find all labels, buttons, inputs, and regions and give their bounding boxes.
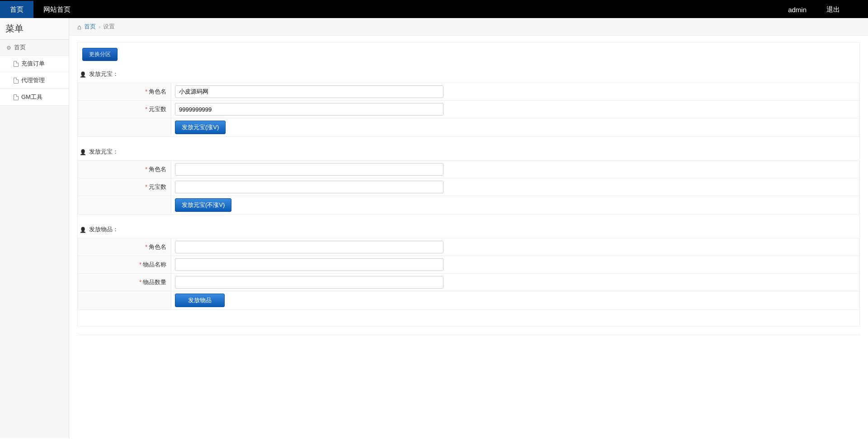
sidebar-item-label: 充值订单 bbox=[21, 60, 45, 68]
sidebar-section-label: 首页 bbox=[14, 43, 26, 51]
nav-home[interactable]: 首页 bbox=[0, 1, 33, 18]
sidebar-item-agent[interactable]: 代理管理 bbox=[0, 72, 69, 89]
breadcrumb-separator: › bbox=[99, 23, 100, 30]
file-icon bbox=[14, 78, 19, 84]
section2-form: *角色名 *元宝数 发放元宝(不涨V) bbox=[78, 160, 859, 215]
top-nav: 首页 网站首页 admin 退出 bbox=[0, 0, 868, 18]
person-icon bbox=[80, 226, 86, 233]
breadcrumb: 首页 › 设置 bbox=[69, 18, 868, 36]
top-nav-right: admin 退出 bbox=[778, 1, 868, 18]
section1-head: 发放元宝： bbox=[78, 67, 859, 83]
nav-user[interactable]: admin bbox=[778, 1, 816, 18]
sidebar-item-label: 代理管理 bbox=[21, 76, 45, 84]
section1-amount-label: *元宝数 bbox=[78, 101, 171, 118]
section2-submit-button[interactable]: 发放元宝(不涨V) bbox=[175, 198, 231, 212]
section1-form: *角色名 *元宝数 发放元宝(涨V) bbox=[78, 83, 859, 137]
divider bbox=[77, 335, 860, 335]
sidebar-item-label: GM工具 bbox=[21, 93, 42, 101]
section2-head: 发放元宝： bbox=[78, 145, 859, 160]
section3-submit-button[interactable]: 发放物品 bbox=[175, 294, 225, 307]
section3-item-label: *物品名称 bbox=[78, 256, 171, 274]
file-icon bbox=[14, 94, 19, 100]
section3-qty-input[interactable] bbox=[175, 276, 443, 289]
sidebar: 菜单 首页 充值订单 代理管理 GM工具 bbox=[0, 18, 69, 438]
sidebar-section-home[interactable]: 首页 bbox=[0, 40, 69, 56]
section3-role-label: *角色名 bbox=[78, 238, 171, 256]
section2-role-input[interactable] bbox=[175, 163, 443, 176]
section1-amount-input[interactable] bbox=[175, 103, 443, 116]
section2-role-label: *角色名 bbox=[78, 161, 171, 178]
breadcrumb-home-link[interactable]: 首页 bbox=[84, 23, 96, 31]
person-icon bbox=[80, 149, 86, 155]
section1-title: 发放元宝： bbox=[89, 70, 118, 78]
section2-amount-label: *元宝数 bbox=[78, 178, 171, 196]
section3-role-input[interactable] bbox=[175, 241, 443, 253]
section2-title: 发放元宝： bbox=[89, 148, 118, 156]
nav-logout[interactable]: 退出 bbox=[816, 1, 850, 18]
main: 首页 › 设置 更换分区 发放元宝： *角色名 *元宝数 bbox=[69, 18, 868, 438]
section1-role-input[interactable] bbox=[175, 85, 443, 98]
panel: 更换分区 发放元宝： *角色名 *元宝数 bbox=[77, 42, 860, 327]
home-icon bbox=[77, 23, 81, 31]
gear-icon bbox=[6, 44, 11, 51]
file-icon bbox=[14, 61, 19, 67]
top-nav-left: 首页 网站首页 bbox=[0, 1, 778, 18]
section3-form: *角色名 *物品名称 *物品数量 发放物品 bbox=[78, 238, 859, 310]
section3-title: 发放物品： bbox=[89, 225, 118, 234]
section3-qty-label: *物品数量 bbox=[78, 274, 171, 291]
breadcrumb-current: 设置 bbox=[103, 23, 115, 31]
sidebar-item-recharge[interactable]: 充值订单 bbox=[0, 56, 69, 72]
sidebar-list: 充值订单 代理管理 GM工具 bbox=[0, 56, 69, 106]
sidebar-title: 菜单 bbox=[0, 18, 69, 40]
section1-submit-button[interactable]: 发放元宝(涨V) bbox=[175, 121, 226, 134]
section3-head: 发放物品： bbox=[78, 223, 859, 238]
section3-item-input[interactable] bbox=[175, 258, 443, 271]
section2-amount-input[interactable] bbox=[175, 181, 443, 193]
sidebar-item-gmtool[interactable]: GM工具 bbox=[0, 89, 69, 106]
person-icon bbox=[80, 71, 86, 78]
section1-role-label: *角色名 bbox=[78, 83, 171, 101]
nav-site-home[interactable]: 网站首页 bbox=[33, 1, 80, 18]
change-zone-button[interactable]: 更换分区 bbox=[82, 48, 118, 61]
